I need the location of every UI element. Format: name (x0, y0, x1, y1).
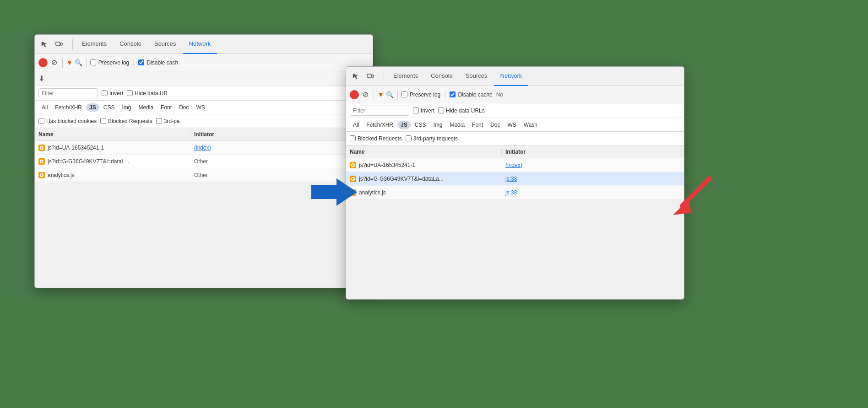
type-ws-1[interactable]: WS (193, 103, 208, 112)
type-js-2[interactable]: JS (397, 121, 411, 129)
type-doc-2[interactable]: Doc (487, 121, 503, 129)
search-icon-1[interactable]: 🔍 (75, 59, 82, 66)
type-img-2[interactable]: Img (430, 121, 445, 129)
hide-data-urls-1[interactable]: Hide data UR (127, 90, 168, 97)
type-font-1[interactable]: Font (157, 103, 175, 112)
tab-elements-2[interactable]: Elements (387, 67, 424, 86)
record-button-1[interactable] (38, 58, 48, 67)
table-row[interactable]: js?id=G-G36G49KV7T&l=dataL... Other (35, 155, 373, 168)
device-toggle-icon[interactable] (53, 38, 65, 50)
red-arrow-annotation (668, 174, 723, 221)
table-row[interactable]: js?id=UA-165345241-1 (index) (346, 158, 684, 172)
preserve-log-label-2[interactable]: Preserve log (401, 91, 440, 98)
row3-initiator-2: js:38 (502, 189, 684, 196)
row1-name-1: js?id=UA-165345241-1 (35, 145, 190, 151)
svg-marker-2 (311, 178, 357, 206)
filter-input-2[interactable] (350, 106, 409, 116)
disable-cache-label-1[interactable]: Disable cach (138, 59, 178, 66)
network-toolbar-2: ⊘ ▼ 🔍 Preserve log | Disable cache No (346, 86, 684, 103)
col-header-initiator-2: Initiator (502, 149, 684, 155)
svg-marker-6 (673, 199, 691, 215)
download-icon-1[interactable]: ⬇ (38, 74, 44, 83)
device-toggle-icon-2[interactable] (364, 70, 376, 82)
type-all-1[interactable]: All (38, 103, 51, 112)
blocked-bar-1: Has blocked cookies Blocked Requests 3rd… (35, 114, 373, 128)
tab-bar-2: Elements Console Sources Network (346, 67, 684, 86)
blocked-requests-2[interactable]: Blocked Requests (350, 135, 402, 142)
resource-icon-inner-2 (40, 160, 43, 163)
col-header-name-1: Name (35, 131, 190, 138)
type-css-2[interactable]: CSS (412, 121, 429, 129)
disable-cache-checkbox-1[interactable] (138, 59, 144, 65)
resource-icon-inner-1 (40, 146, 43, 150)
clear-button-1[interactable]: ⊘ (49, 58, 59, 67)
type-filter-bar-2: All Fetch/XHR JS CSS Img Media Font Doc … (346, 118, 684, 132)
tab-network-1[interactable]: Network (183, 35, 217, 54)
resource-icon-1 (38, 145, 45, 151)
resource-icon-4 (350, 162, 356, 168)
type-fetchxhr-2[interactable]: Fetch/XHR (363, 121, 396, 129)
type-js-1[interactable]: JS (86, 103, 99, 112)
record-button-2[interactable] (350, 90, 359, 99)
divider-3 (374, 90, 374, 100)
type-css-1[interactable]: CSS (100, 103, 118, 112)
table-row[interactable]: js?id=UA-165345241-1 (index) (35, 141, 373, 155)
tab-network-2[interactable]: Network (494, 67, 529, 86)
inspect-icon[interactable] (38, 38, 50, 50)
blocked-requests-1[interactable]: Blocked Requests (100, 118, 152, 124)
disable-cache-checkbox-2[interactable] (450, 91, 456, 97)
hide-data-urls-2[interactable]: Hide data URLs (438, 107, 485, 114)
tab-console-1[interactable]: Console (113, 35, 148, 54)
svg-rect-3 (367, 74, 371, 77)
row3-name-1: analytics.js (35, 172, 190, 178)
type-all-2[interactable]: All (350, 121, 362, 129)
preserve-log-label-1[interactable]: Preserve log (90, 59, 129, 66)
devtools-window-2: Elements Console Sources Network ⊘ ▼ 🔍 P… (346, 66, 684, 300)
tab-sources-1[interactable]: Sources (148, 35, 183, 54)
network-table-1: Name Initiator js?id=UA-165345241-1 (ind… (35, 128, 373, 182)
type-ws-2[interactable]: WS (504, 121, 519, 129)
tab-elements-1[interactable]: Elements (76, 35, 113, 54)
invert-checkbox-2[interactable]: Invert (413, 107, 434, 114)
tab-console-2[interactable]: Console (424, 67, 459, 86)
resource-icon-2 (38, 158, 45, 165)
divider-4 (397, 90, 398, 100)
col-header-name-2: Name (346, 149, 502, 155)
type-media-1[interactable]: Media (135, 103, 157, 112)
type-media-2[interactable]: Media (446, 121, 468, 129)
third-party-1[interactable]: 3rd-pa (156, 118, 180, 124)
resource-icon-inner-3 (40, 173, 43, 177)
filter-icon-1[interactable]: ▼ (66, 59, 73, 66)
third-party-2[interactable]: 3rd-party requests (406, 135, 458, 142)
table-row[interactable]: js?id=G-G36G49KV7T&l=dataLa... js:38 (346, 172, 684, 186)
divider-1 (62, 58, 63, 68)
type-wasn-2[interactable]: Wasn (521, 121, 541, 129)
row1-name-2: js?id=UA-165345241-1 (346, 162, 502, 168)
type-img-1[interactable]: Img (119, 103, 134, 112)
tab-divider-2 (384, 71, 384, 82)
row2-name-1: js?id=G-G36G49KV7T&l=dataL... (35, 158, 190, 165)
disable-cache-label-2[interactable]: Disable cache (450, 91, 492, 98)
type-font-2[interactable]: Font (469, 121, 486, 129)
type-filter-bar-1: All Fetch/XHR JS CSS Img Media Font Doc … (35, 101, 373, 114)
tab-sources-2[interactable]: Sources (459, 67, 494, 86)
resource-icon-3 (38, 172, 45, 178)
blocked-bar-2: Blocked Requests 3rd-party requests (346, 132, 684, 145)
filter-input-1[interactable] (38, 88, 98, 98)
svg-rect-4 (372, 75, 374, 77)
table-row[interactable]: analytics.js js:38 (346, 186, 684, 199)
row2-initiator-2: js:38 (502, 176, 684, 182)
invert-checkbox-1[interactable]: Invert (102, 90, 123, 97)
inspect-icon-2[interactable] (350, 70, 362, 82)
type-fetchxhr-1[interactable]: Fetch/XHR (52, 103, 85, 112)
type-doc-1[interactable]: Doc (176, 103, 192, 112)
row3-name-2: analytics.js (346, 189, 502, 196)
toolbar-icons-2 (350, 70, 376, 82)
search-icon-2[interactable]: 🔍 (386, 91, 394, 98)
preserve-log-checkbox-1[interactable] (90, 59, 96, 65)
network-toolbar-1: ⊘ ▼ 🔍 Preserve log | Disable cach (35, 54, 373, 71)
clear-button-2[interactable]: ⊘ (361, 90, 370, 99)
preserve-log-checkbox-2[interactable] (401, 91, 407, 97)
filter-icon-2[interactable]: ▼ (378, 91, 384, 98)
has-blocked-cookies-1[interactable]: Has blocked cookies (38, 118, 97, 124)
